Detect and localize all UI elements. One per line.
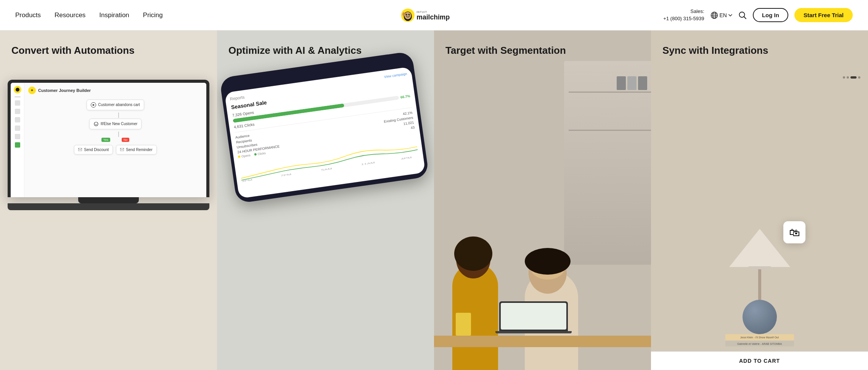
add-to-cart-button[interactable]: ADD TO CART xyxy=(651,351,868,370)
jb-node-reminder-label: Send Reminder xyxy=(126,148,152,152)
shopify-badge: 🛍 xyxy=(783,221,805,243)
phone-screen: Reports View campaign Seasonal Sale 7,32… xyxy=(225,66,426,198)
lamp-neck xyxy=(758,269,761,300)
perf-val: 43 xyxy=(410,125,415,129)
svg-rect-20 xyxy=(120,148,124,151)
jb-header-label: Customer Journey Builder xyxy=(38,88,91,93)
report-label: Reports xyxy=(230,95,245,101)
person-left-hair xyxy=(454,236,492,271)
svg-rect-19 xyxy=(78,148,82,151)
lamp-base-sphere xyxy=(743,300,777,334)
language-selector[interactable]: EN xyxy=(710,11,732,19)
legend-opens: Opens xyxy=(238,153,251,158)
phone-mockup: Reports View campaign Seasonal Sale 7,32… xyxy=(217,42,434,205)
jb-node-send-reminder: Send Reminder xyxy=(116,145,156,154)
svg-point-3 xyxy=(406,14,407,15)
svg-point-4 xyxy=(408,14,410,15)
panel-automations: Convert with Automations xyxy=(0,31,217,370)
jb-node-trigger-label: Customer abandons cart xyxy=(98,103,140,107)
carousel-dots xyxy=(843,76,860,79)
jb-node-condition: If/Else New Customer xyxy=(89,119,142,129)
panel-segmentation: Target with Segmentation xyxy=(434,31,651,370)
jb-node-condition-label: If/Else New Customer xyxy=(101,122,138,126)
logo[interactable]: INTUIT mailchimp xyxy=(400,7,468,24)
trial-button[interactable]: Start Free Trial xyxy=(794,8,853,22)
dot-1 xyxy=(843,76,845,79)
jb-node-discount-label: Send Discount xyxy=(84,148,109,152)
panel-ai-analytics: Optimize with AI & Analytics Reports Vie… xyxy=(217,31,434,370)
lamp-scene: 🛍 Jessi Klein - I'll Show Myself Out Ga xyxy=(651,69,868,370)
shelf-line-2 xyxy=(569,130,651,131)
jb-node-trigger: ▶ Customer abandons cart xyxy=(87,100,144,110)
book-1: Jessi Klein - I'll Show Myself Out xyxy=(725,334,794,340)
lamp-assembly: 🛍 Jessi Klein - I'll Show Myself Out Ga xyxy=(725,229,794,347)
jb-yes-label: Yes xyxy=(101,138,110,142)
binder-3 xyxy=(617,76,626,90)
dot-active xyxy=(850,76,857,79)
login-button[interactable]: Log In xyxy=(753,8,788,22)
email-icon-discount xyxy=(78,148,82,151)
jb-main: ✦ Customer Journey Builder ▶ Customer ab… xyxy=(24,83,206,197)
unsub-val: 11,021 xyxy=(403,121,414,126)
book-1-label: Jessi Klein - I'll Show Myself Out xyxy=(740,336,779,339)
jb-actions-row: Send Discount Send Reminder xyxy=(74,145,157,157)
books-stack: Jessi Klein - I'll Show Myself Out Gabri… xyxy=(725,334,794,346)
svg-point-17 xyxy=(16,88,19,92)
search-icon xyxy=(738,11,747,19)
svg-point-6 xyxy=(409,14,410,14)
lamp-shade-cap xyxy=(748,266,771,269)
svg-line-16 xyxy=(744,16,746,19)
svg-text:3PM: 3PM xyxy=(241,178,253,182)
chevron-down-icon xyxy=(728,14,732,16)
segmentation-scene xyxy=(434,31,651,370)
laptop-base xyxy=(8,203,209,210)
jb-connector-2 xyxy=(118,132,119,137)
svg-text:INTUIT: INTUIT xyxy=(416,10,427,13)
report-link: View campaign xyxy=(384,72,407,79)
svg-text:5AM: 5AM xyxy=(321,167,333,171)
laptop-mockup: ✦ Customer Journey Builder ▶ Customer ab… xyxy=(0,80,217,210)
jb-icon-5 xyxy=(15,134,20,139)
hero-grid: Convert with Automations xyxy=(0,31,868,370)
jb-icon-4 xyxy=(15,125,20,131)
panel-integrations-title: Sync with Integrations xyxy=(651,31,868,57)
desk-surface xyxy=(434,336,651,347)
svg-text:4PM: 4PM xyxy=(401,156,412,160)
svg-point-5 xyxy=(407,14,407,14)
clicks-text: 4,631 Clicks xyxy=(234,122,255,129)
person-right-hair xyxy=(525,248,571,275)
trigger-icon: ▶ xyxy=(91,102,96,108)
nav-item-inspiration[interactable]: Inspiration xyxy=(99,11,129,19)
dot-3 xyxy=(858,76,860,79)
shelf-line-1 xyxy=(569,92,651,93)
jb-icon-2 xyxy=(15,109,20,114)
person-left xyxy=(445,225,506,370)
journey-builder: ✦ Customer Journey Builder ▶ Customer ab… xyxy=(11,83,206,197)
nav-item-pricing[interactable]: Pricing xyxy=(143,11,163,19)
binder-2 xyxy=(627,76,637,90)
laptop-notch xyxy=(78,197,139,203)
nav-item-resources[interactable]: Resources xyxy=(55,11,85,19)
email-icon-reminder xyxy=(120,148,124,151)
condition-icon xyxy=(93,121,99,127)
sales-info: Sales: +1 (800) 315-5939 xyxy=(663,8,704,22)
phone-outer: Reports View campaign Seasonal Sale 7,32… xyxy=(219,51,429,204)
audience-label: Audience xyxy=(235,134,250,139)
jb-sidebar xyxy=(11,83,24,197)
sales-label: Sales: xyxy=(663,8,704,15)
jb-icon-1 xyxy=(15,100,20,106)
table-laptop-base xyxy=(495,331,572,333)
search-button[interactable] xyxy=(738,11,747,19)
jb-connector-1 xyxy=(118,113,119,118)
nav-item-products[interactable]: Products xyxy=(15,11,41,19)
shopify-icon: 🛍 xyxy=(789,226,800,239)
jb-header-icon: ✦ xyxy=(28,87,36,94)
svg-text:mailchimp: mailchimp xyxy=(416,13,450,21)
jb-node-send-discount: Send Discount xyxy=(74,145,113,154)
svg-point-2 xyxy=(405,12,411,19)
legend-clicks: Clicks xyxy=(254,151,266,156)
svg-point-18 xyxy=(94,122,98,126)
jb-icon-active xyxy=(15,142,20,148)
panel-integrations: Sync with Integrations 🛍 xyxy=(651,31,868,370)
jb-header: ✦ Customer Journey Builder xyxy=(28,87,203,94)
